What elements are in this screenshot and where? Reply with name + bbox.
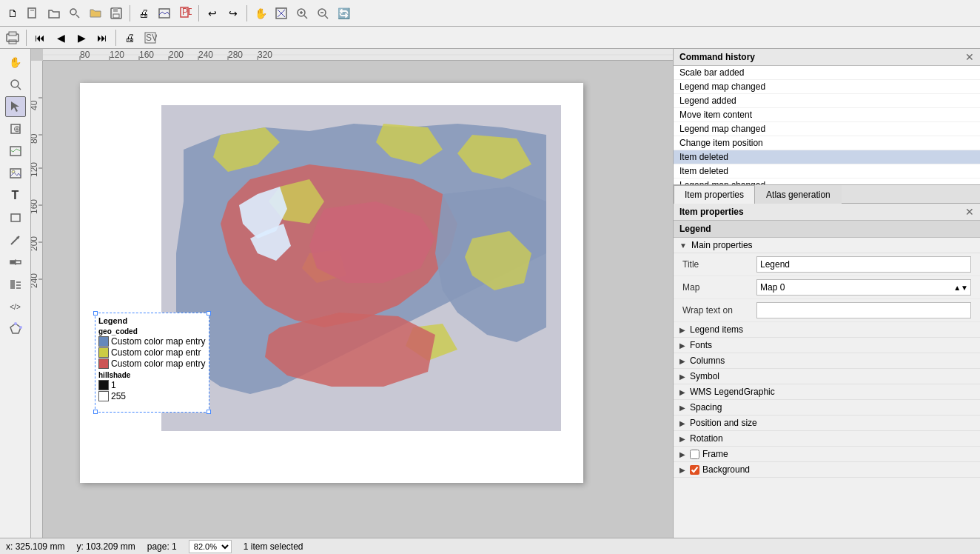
section-label-li: Legend items [690,324,743,335]
section-main-properties[interactable]: ▼ Main properties [674,238,980,253]
section-columns[interactable]: ▶ Columns [674,353,980,369]
command-history-list[interactable]: Scale bar addedLegend map changedLegend … [674,66,980,184]
add-legend-tool[interactable] [5,274,26,295]
section-rotation[interactable]: ▶ Rotation [674,431,980,447]
pan-map-button[interactable]: ✋ [251,4,270,23]
atlas-sep-1 [26,30,27,46]
left-toolbox: ✋ ⊕ T </> [0,49,31,538]
zoom-out-button[interactable] [313,4,332,23]
legend-group-geo: geo_coded [98,327,206,336]
resize-handle-bl[interactable] [93,410,98,414]
command-history-item[interactable]: Item deleted [674,150,980,164]
zoom-in-button[interactable] [292,4,312,23]
command-history-item[interactable]: Move item content [674,108,980,122]
resize-handle-tl[interactable] [93,311,98,316]
section-spacing[interactable]: ▶ Spacing [674,400,980,416]
map-canvas[interactable]: Legend geo_coded Custom color map entry … [43,61,673,538]
atlas-prev-button[interactable]: ◀ [51,28,70,47]
legend-item[interactable]: Legend geo_coded Custom color map entry … [95,313,209,413]
command-history-item[interactable]: Item deleted [674,164,980,178]
expand-triangle-s: ▶ [679,373,685,381]
section-wms[interactable]: ▶ WMS LegendGraphic [674,384,980,400]
command-history-item[interactable]: Legend map changed [674,178,980,184]
svg-rect-37 [10,280,15,289]
title-prop-input[interactable] [756,256,971,273]
atlas-next-button[interactable]: ▶ [72,28,91,47]
redo-button[interactable]: ↪ [224,4,243,23]
open-folder-button[interactable] [86,4,105,23]
map-item[interactable] [161,105,561,431]
prop-title: Title [674,253,980,276]
toolbar-sep-3 [246,5,247,21]
section-fonts[interactable]: ▶ Fonts [674,338,980,353]
svg-line-19 [325,16,328,19]
print-button[interactable]: 🖨 [134,4,153,23]
section-background[interactable]: ▶ Background [674,462,980,478]
svg-text:⊕: ⊕ [13,124,21,134]
zoom-select[interactable]: 50%75%82.0%100%125%150%200% [189,540,232,553]
right-panel: Command history ✕ Scale bar addedLegend … [673,49,980,538]
zoom-tool[interactable] [5,74,26,95]
open-button[interactable] [44,4,64,23]
export-image-button[interactable] [155,4,174,23]
add-arrow-tool[interactable] [5,230,26,250]
select-tool[interactable] [5,96,26,117]
add-rectangle-tool[interactable] [5,207,26,228]
map-prop-select[interactable]: Map 0 [756,279,971,296]
expand-triangle: ▼ [679,241,687,250]
move-content-tool[interactable]: ⊕ [5,119,26,139]
add-html-tool[interactable]: </> [5,296,26,317]
atlas-print-button[interactable] [3,28,22,47]
add-text-tool[interactable]: T [5,185,26,206]
status-bar: x: 325.109 mm y: 103.209 mm page: 1 50%7… [0,538,980,554]
item-properties-close[interactable]: ✕ [965,207,974,217]
command-history-item[interactable]: Change item position [674,136,980,150]
command-history-close[interactable]: ✕ [965,52,974,62]
svg-line-16 [304,16,307,19]
export-svg-button[interactable]: SVG [141,28,160,47]
undo-button[interactable]: ↩ [203,4,222,23]
frame-checkbox[interactable] [690,450,699,459]
section-frame[interactable]: ▶ Frame [674,447,980,462]
add-map-tool[interactable] [5,141,26,161]
add-scalebar-tool[interactable] [5,252,26,273]
add-image-tool[interactable] [5,163,26,184]
open-template-button[interactable] [24,4,43,23]
find-button[interactable] [65,4,84,23]
command-history-item[interactable]: Legend map changed [674,80,980,94]
export-pdf-button[interactable]: PDF [175,4,195,23]
section-position[interactable]: ▶ Position and size [674,416,980,431]
atlas-last-button[interactable]: ⏭ [93,28,112,47]
pan-tool[interactable]: ✋ [5,52,26,73]
save-button[interactable] [107,4,126,23]
prop-map: Map Map 0 ▲▼ [674,276,980,299]
svg-text:200: 200 [31,236,39,251]
toolbar-sep-1 [130,5,130,21]
section-legend-items[interactable]: ▶ Legend items [674,322,980,338]
tab-atlas-generation[interactable]: Atlas generation [755,185,842,204]
legend-swatch-5 [98,391,109,401]
background-checkbox[interactable] [690,465,699,475]
resize-handle-tr[interactable] [207,311,211,316]
legend-swatch-2 [98,347,109,358]
tab-item-properties[interactable]: Item properties [674,185,755,204]
resize-handle-br[interactable] [207,410,211,414]
command-history-item[interactable]: Legend added [674,94,980,108]
command-history-item[interactable]: Legend map changed [674,122,980,136]
atlas-sep-2 [115,30,116,46]
section-symbol[interactable]: ▶ Symbol [674,369,980,384]
wrap-prop-input[interactable] [756,302,971,318]
node-edit-tool[interactable] [5,318,26,339]
legend-swatch-1 [98,336,109,347]
zoom-all-button[interactable] [272,4,291,23]
new-button[interactable]: 🗋 [3,4,22,23]
section-label-s: Symbol [690,371,719,381]
section-label-sp: Spacing [690,402,722,413]
legend-swatch-3 [98,358,109,369]
refresh-button[interactable]: 🔄 [334,4,353,23]
expand-triangle-r: ▶ [679,435,685,443]
atlas-first-button[interactable]: ⏮ [30,28,50,47]
svg-text:240: 240 [31,273,39,288]
print2-button[interactable]: 🖨 [120,28,139,47]
command-history-item[interactable]: Scale bar added [674,66,980,80]
